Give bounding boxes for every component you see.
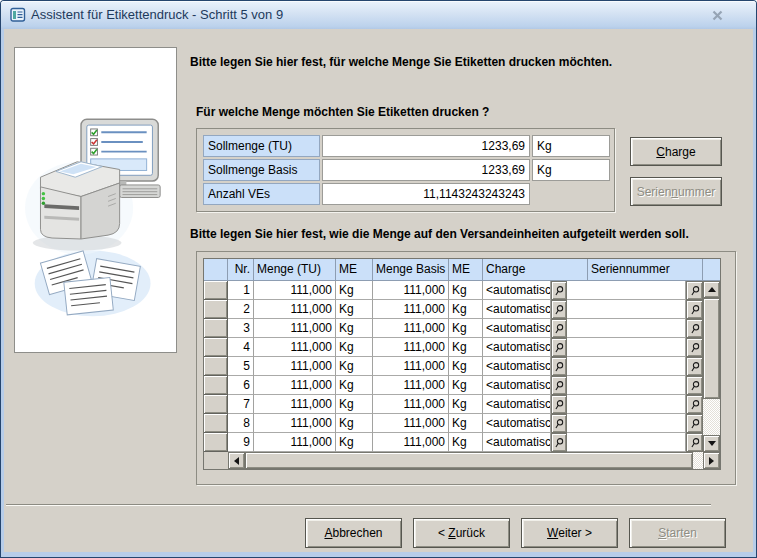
row-number-cell[interactable]: 7 (228, 395, 254, 414)
seriennummer-lookup-button[interactable] (686, 319, 703, 338)
me-1-cell[interactable]: Kg (336, 300, 373, 319)
menge-basis-cell[interactable]: 111,000 (373, 357, 449, 376)
menge-tu-cell[interactable]: 111,000 (254, 319, 336, 338)
menge-tu-cell[interactable]: 111,000 (254, 281, 336, 300)
charge-lookup-button[interactable] (551, 319, 567, 338)
me-2-cell[interactable]: Kg (449, 414, 483, 433)
seriennummer-lookup-button[interactable] (686, 376, 703, 395)
row-number-cell[interactable]: 3 (228, 319, 254, 338)
anzahl-ves-value[interactable]: 11,1143243243243 (322, 183, 530, 205)
row-selector[interactable] (204, 395, 228, 414)
me-1-cell[interactable]: Kg (336, 357, 373, 376)
vertical-scrollbar[interactable] (703, 281, 720, 452)
scroll-up-button[interactable] (703, 281, 720, 298)
me-1-cell[interactable]: Kg (336, 433, 373, 452)
charge-cell[interactable]: <automatisch> (483, 338, 551, 357)
charge-lookup-button[interactable] (551, 300, 567, 319)
horizontal-scrollbar-thumb[interactable] (245, 452, 693, 469)
scroll-right-button[interactable] (703, 452, 720, 469)
charge-cell[interactable]: <automatisch> (483, 414, 551, 433)
row-number-cell[interactable]: 9 (228, 433, 254, 452)
row-selector[interactable] (204, 281, 228, 300)
vertical-scrollbar-track[interactable] (703, 399, 720, 435)
seriennummer-lookup-button[interactable] (686, 338, 703, 357)
seriennummer-lookup-button[interactable] (686, 414, 703, 433)
charge-lookup-button[interactable] (551, 338, 567, 357)
charge-cell[interactable]: <automatisch> (483, 376, 551, 395)
row-selector[interactable] (204, 433, 228, 452)
charge-cell[interactable]: <automatisch> (483, 300, 551, 319)
menge-tu-cell[interactable]: 111,000 (254, 414, 336, 433)
row-selector[interactable] (204, 319, 228, 338)
row-selector[interactable] (204, 376, 228, 395)
me-2-cell[interactable]: Kg (449, 433, 483, 452)
me-1-cell[interactable]: Kg (336, 395, 373, 414)
seriennummer-cell[interactable] (567, 376, 686, 395)
row-number-cell[interactable]: 2 (228, 300, 254, 319)
charge-cell[interactable]: <automatisch> (483, 281, 551, 300)
menge-basis-cell[interactable]: 111,000 (373, 414, 449, 433)
zurueck-button[interactable]: < Zurück (413, 518, 510, 548)
me-1-cell[interactable]: Kg (336, 338, 373, 357)
menge-basis-cell[interactable]: 111,000 (373, 281, 449, 300)
charge-cell[interactable]: <automatisch> (483, 433, 551, 452)
weiter-button[interactable]: Weiter > (521, 518, 618, 548)
me-2-cell[interactable]: Kg (449, 319, 483, 338)
seriennummer-cell[interactable] (567, 319, 686, 338)
seriennummer-lookup-button[interactable] (686, 281, 703, 300)
row-number-cell[interactable]: 1 (228, 281, 254, 300)
seriennummer-lookup-button[interactable] (686, 395, 703, 414)
me-2-cell[interactable]: Kg (449, 300, 483, 319)
menge-basis-cell[interactable]: 111,000 (373, 376, 449, 395)
me-2-cell[interactable]: Kg (449, 395, 483, 414)
scroll-down-button[interactable] (703, 435, 720, 452)
row-number-cell[interactable]: 6 (228, 376, 254, 395)
menge-basis-cell[interactable]: 111,000 (373, 395, 449, 414)
menge-basis-cell[interactable]: 111,000 (373, 433, 449, 452)
charge-lookup-button[interactable] (551, 433, 567, 452)
sollmenge-tu-value[interactable]: 1233,69 (322, 135, 530, 157)
charge-lookup-button[interactable] (551, 395, 567, 414)
row-number-cell[interactable]: 5 (228, 357, 254, 376)
charge-lookup-button[interactable] (551, 414, 567, 433)
horizontal-scrollbar-track[interactable] (693, 452, 703, 469)
me-2-cell[interactable]: Kg (449, 357, 483, 376)
menge-basis-cell[interactable]: 111,000 (373, 338, 449, 357)
charge-button[interactable]: Charge (630, 137, 722, 166)
charge-cell[interactable]: <automatisch> (483, 357, 551, 376)
menge-tu-cell[interactable]: 111,000 (254, 376, 336, 395)
menge-tu-cell[interactable]: 111,000 (254, 338, 336, 357)
me-2-cell[interactable]: Kg (449, 281, 483, 300)
seriennummer-cell[interactable] (567, 300, 686, 319)
me-1-cell[interactable]: Kg (336, 414, 373, 433)
me-1-cell[interactable]: Kg (336, 376, 373, 395)
seriennummer-lookup-button[interactable] (686, 357, 703, 376)
row-selector[interactable] (204, 338, 228, 357)
charge-cell[interactable]: <automatisch> (483, 319, 551, 338)
seriennummer-cell[interactable] (567, 414, 686, 433)
scroll-left-button[interactable] (228, 452, 245, 469)
charge-lookup-button[interactable] (551, 281, 567, 300)
seriennummer-lookup-button[interactable] (686, 300, 703, 319)
menge-tu-cell[interactable]: 111,000 (254, 395, 336, 414)
menge-tu-cell[interactable]: 111,000 (254, 357, 336, 376)
row-selector[interactable] (204, 300, 228, 319)
charge-lookup-button[interactable] (551, 357, 567, 376)
seriennummer-cell[interactable] (567, 395, 686, 414)
menge-basis-cell[interactable]: 111,000 (373, 300, 449, 319)
charge-lookup-button[interactable] (551, 376, 567, 395)
row-number-cell[interactable]: 4 (228, 338, 254, 357)
seriennummer-cell[interactable] (567, 357, 686, 376)
row-selector[interactable] (204, 414, 228, 433)
seriennummer-cell[interactable] (567, 433, 686, 452)
abbrechen-button[interactable]: Abbrechen (305, 518, 402, 548)
menge-basis-cell[interactable]: 111,000 (373, 319, 449, 338)
vertical-scrollbar-thumb[interactable] (703, 298, 720, 399)
me-2-cell[interactable]: Kg (449, 338, 483, 357)
me-1-cell[interactable]: Kg (336, 281, 373, 300)
sollmenge-basis-value[interactable]: 1233,69 (322, 159, 530, 181)
horizontal-scrollbar[interactable] (228, 452, 720, 469)
row-number-cell[interactable]: 8 (228, 414, 254, 433)
menge-tu-cell[interactable]: 111,000 (254, 433, 336, 452)
charge-cell[interactable]: <automatisch> (483, 395, 551, 414)
